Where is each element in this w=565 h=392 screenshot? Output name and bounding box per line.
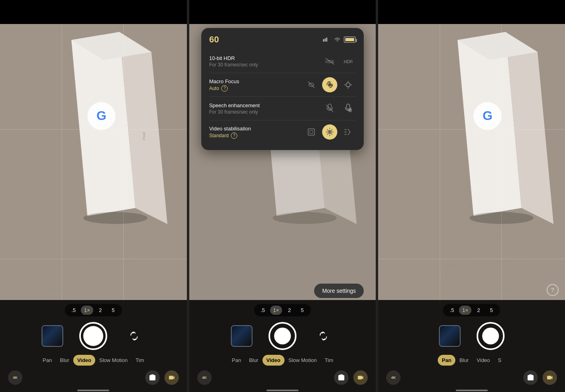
zoom2-05[interactable]: .5 bbox=[257, 306, 268, 315]
flip-camera-2[interactable] bbox=[313, 325, 334, 347]
top-bar-3 bbox=[378, 0, 565, 24]
home-indicator-1 bbox=[77, 390, 109, 391]
svg-rect-32 bbox=[308, 129, 315, 135]
svg-text:Pixel: Pixel bbox=[142, 132, 146, 140]
zoom3-1x[interactable]: 1× bbox=[459, 306, 471, 315]
macro-label: Macro Focus Auto ? bbox=[209, 78, 304, 92]
svg-text:G: G bbox=[96, 108, 106, 123]
hdr-on-btn[interactable]: HDR bbox=[341, 54, 356, 69]
mode-slowmotion-2[interactable]: Slow Motion bbox=[285, 355, 321, 366]
popup-top-icons bbox=[323, 36, 356, 43]
capture-icons-1 bbox=[145, 370, 179, 385]
4k-icon-3[interactable]: 4K bbox=[386, 370, 401, 385]
shutter-row-1 bbox=[0, 322, 187, 350]
hdr-row: 10-bit HDR For 30 frames/sec only HDR HD… bbox=[209, 50, 356, 73]
capture-icons-3 bbox=[523, 370, 557, 385]
svg-rect-21 bbox=[323, 39, 324, 42]
zoom-05[interactable]: .5 bbox=[68, 306, 79, 315]
mode-slowmotion-1[interactable]: Slow Motion bbox=[95, 355, 132, 366]
panel-2: 60 bbox=[187, 0, 376, 392]
zoom3-05[interactable]: .5 bbox=[446, 306, 457, 315]
zoom-2[interactable]: 2 bbox=[95, 306, 106, 315]
svg-text:G: G bbox=[483, 108, 493, 123]
speech-on-btn[interactable] bbox=[341, 101, 356, 116]
mode-video-3[interactable]: Video bbox=[473, 355, 494, 366]
speech-label: Speech enhancement For 30 frames/sec onl… bbox=[209, 102, 323, 115]
gallery-thumbnail-1[interactable] bbox=[42, 325, 63, 347]
stabilize-extra-btn[interactable] bbox=[341, 124, 356, 140]
mode-pan-1[interactable]: Pan bbox=[39, 355, 56, 366]
help-icon-3[interactable]: ? bbox=[547, 284, 559, 296]
shutter-button-2[interactable] bbox=[268, 322, 297, 350]
zoom-5[interactable]: 5 bbox=[108, 306, 119, 315]
svg-rect-22 bbox=[325, 38, 326, 42]
shutter-row-2 bbox=[189, 322, 376, 350]
video-icon-1[interactable] bbox=[164, 370, 179, 385]
macro-auto-btn[interactable] bbox=[322, 77, 337, 92]
svg-text:HDR: HDR bbox=[344, 59, 353, 64]
stabilization-label: Video stabilisation Standard ? bbox=[209, 126, 304, 139]
photo-icon-2[interactable] bbox=[334, 370, 349, 385]
mode-slowmotion-3[interactable]: S bbox=[494, 355, 505, 366]
gallery-thumbnail-3[interactable] bbox=[439, 325, 461, 347]
speech-off-btn[interactable] bbox=[322, 101, 337, 116]
zoom-controls-2: .5 1× 2 5 bbox=[254, 304, 311, 316]
mode-selector-1: Pan Blur Video Slow Motion Tim bbox=[0, 355, 187, 366]
bottom-icons-row-2: 4K bbox=[189, 370, 376, 385]
mode-pan-2[interactable]: Pan bbox=[228, 355, 245, 366]
more-settings-button[interactable]: More settings bbox=[314, 284, 364, 298]
macro-help-icon[interactable]: ? bbox=[221, 85, 228, 92]
speech-row: Speech enhancement For 30 frames/sec onl… bbox=[209, 97, 356, 120]
zoom2-1x[interactable]: 1× bbox=[270, 306, 282, 315]
video-icon-2[interactable] bbox=[353, 370, 368, 385]
4k-icon-2[interactable]: 4K bbox=[197, 370, 212, 385]
zoom3-5[interactable]: 5 bbox=[486, 306, 497, 315]
mode-selector-2: Pan Blur Video Slow Motion Tim bbox=[189, 355, 376, 366]
shutter-button-1[interactable] bbox=[79, 322, 107, 350]
stabilize-box-btn[interactable] bbox=[304, 124, 319, 140]
photo-icon-1[interactable] bbox=[145, 370, 160, 385]
macro-off-btn[interactable] bbox=[304, 77, 319, 92]
mode-timelapse-1[interactable]: Tim bbox=[132, 355, 148, 366]
stabilize-active-btn[interactable] bbox=[322, 124, 337, 140]
zoom-1x[interactable]: 1× bbox=[81, 306, 93, 315]
mode-pan-3[interactable]: Pan bbox=[438, 355, 455, 366]
bottom-ui-1: .5 1× 2 5 Pan Blur Video S bbox=[0, 300, 187, 392]
hdr-icons: HDR HDR bbox=[322, 54, 356, 69]
4k-icon-1[interactable]: 4K bbox=[8, 370, 22, 385]
mode-blur-2[interactable]: Blur bbox=[245, 355, 262, 366]
svg-point-11 bbox=[83, 212, 147, 224]
svg-point-35 bbox=[329, 131, 331, 133]
mode-blur-3[interactable]: Blur bbox=[455, 355, 473, 366]
macro-icons bbox=[304, 77, 356, 92]
mode-blur-1[interactable]: Blur bbox=[56, 355, 73, 366]
capture-icons-2 bbox=[334, 370, 368, 385]
zoom-controls-3: .5 1× 2 5 bbox=[443, 304, 500, 316]
top-bar-2 bbox=[189, 0, 376, 24]
zoom2-5[interactable]: 5 bbox=[297, 306, 308, 315]
bottom-icons-row-3: 4K bbox=[378, 370, 565, 385]
bottom-ui-3: .5 1× 2 5 Pan Blur Video S 4K bbox=[378, 300, 565, 392]
home-indicator-3 bbox=[456, 390, 488, 391]
macro-title: Macro Focus bbox=[209, 78, 304, 84]
signal-icon bbox=[323, 38, 331, 42]
gallery-thumbnail-2[interactable] bbox=[231, 325, 252, 347]
zoom3-2[interactable]: 2 bbox=[473, 306, 484, 315]
video-icon-3[interactable] bbox=[543, 370, 557, 385]
stabilization-icons bbox=[304, 124, 356, 140]
mode-video-1[interactable]: Video bbox=[73, 355, 95, 366]
zoom2-2[interactable]: 2 bbox=[284, 306, 295, 315]
macro-on-btn[interactable] bbox=[341, 77, 356, 92]
stabilization-help-icon[interactable]: ? bbox=[231, 132, 237, 139]
svg-point-20 bbox=[272, 212, 337, 224]
top-bar-1 bbox=[0, 0, 187, 24]
shutter-button-3[interactable] bbox=[477, 322, 505, 350]
svg-point-29 bbox=[329, 84, 331, 86]
hdr-off-btn[interactable]: HDR bbox=[322, 54, 337, 69]
photo-icon-3[interactable] bbox=[523, 370, 538, 385]
speech-icons bbox=[322, 101, 356, 116]
bottom-ui-2: .5 1× 2 5 Pan Blur Video Slow Motion bbox=[189, 300, 376, 392]
mode-video-2[interactable]: Video bbox=[262, 355, 285, 366]
flip-camera-1[interactable] bbox=[123, 325, 145, 347]
mode-timelapse-2[interactable]: Tim bbox=[321, 355, 337, 366]
